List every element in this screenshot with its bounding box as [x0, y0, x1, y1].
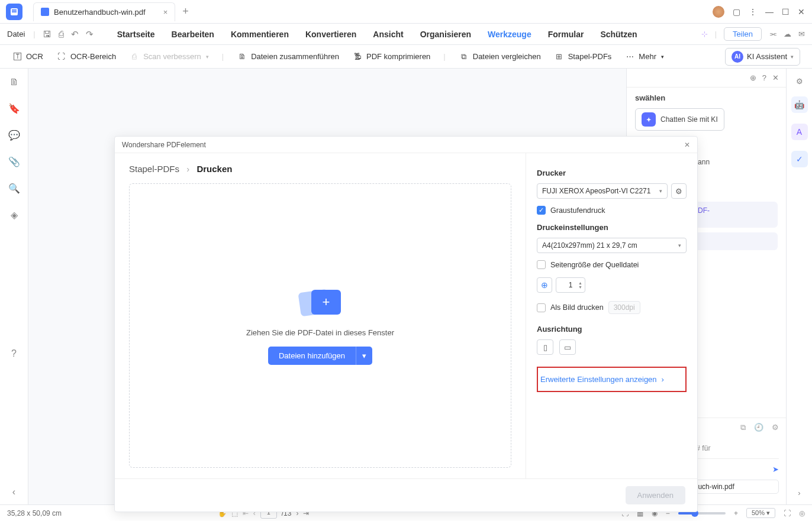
- more-icon[interactable]: ⋮: [749, 7, 757, 17]
- user-avatar[interactable]: [713, 6, 724, 18]
- adjust-icon[interactable]: ⚙: [796, 77, 803, 86]
- undo-icon[interactable]: ↶: [71, 29, 79, 40]
- menu-schuetzen[interactable]: Schützen: [600, 30, 637, 39]
- copies-add-button[interactable]: ⊕: [537, 277, 552, 293]
- tool-more[interactable]: ⋯ Mehr ▾: [624, 51, 664, 62]
- ai-chat-button[interactable]: ✦ Chatten Sie mit KI: [635, 108, 724, 131]
- orientation-landscape[interactable]: ▭: [559, 339, 576, 355]
- document-tab[interactable]: Benutzerhandbuch-win.pdf ×: [33, 2, 175, 21]
- mail-icon[interactable]: ✉: [798, 30, 805, 38]
- share-button[interactable]: Teilen: [724, 27, 762, 41]
- toolbar: 🅃 OCR ⛶ OCR-Bereich ⎙ Scan verbessern ▾ …: [0, 45, 812, 69]
- compare-icon: ⧉: [459, 51, 469, 62]
- tool-merge[interactable]: 🗎 Dateien zusammenführen: [237, 51, 339, 62]
- minimize-icon[interactable]: —: [765, 7, 774, 17]
- tab-close-icon[interactable]: ×: [163, 8, 168, 17]
- zoom-slider[interactable]: [678, 512, 726, 514]
- fullscreen-icon[interactable]: ⛶: [784, 509, 791, 517]
- translate-icon[interactable]: A: [791, 124, 808, 140]
- print-as-image-checkbox[interactable]: [537, 303, 546, 312]
- advanced-settings-link[interactable]: Erweiterte Einstellungen anzeigen ›: [540, 375, 683, 384]
- thumbnails-icon[interactable]: 🗎: [9, 77, 19, 88]
- modal-titlebar: Wondershare PDFelement ✕: [115, 137, 697, 153]
- redo-icon[interactable]: ↷: [86, 29, 94, 40]
- copies-input[interactable]: 1 ▲▼: [556, 277, 585, 293]
- modal-right-pane: Drucker FUJI XEROX ApeosPort-VI C2271 ▾ …: [526, 153, 697, 478]
- advanced-settings-label: Erweiterte Einstellungen anzeigen: [540, 375, 657, 384]
- grayscale-checkbox-row[interactable]: ✓ Graustufendruck: [537, 206, 687, 215]
- ai-new-icon[interactable]: ⊕: [750, 73, 756, 82]
- maximize-icon[interactable]: ☐: [782, 7, 790, 17]
- zoom-value[interactable]: 50% ▾: [746, 508, 775, 518]
- source-size-checkbox-row[interactable]: Seitengröße der Quelldatei: [537, 260, 687, 269]
- paper-size-select[interactable]: A4(210x297mm) 21 x 29,7 cm ▾: [537, 238, 687, 253]
- help-icon[interactable]: ?: [11, 348, 17, 359]
- menu-formular[interactable]: Formular: [548, 30, 584, 39]
- ai-settings-icon[interactable]: ⚙: [772, 423, 779, 432]
- focus-icon[interactable]: ◎: [799, 509, 805, 517]
- tool-more-label: Mehr: [639, 52, 656, 61]
- dpi-input: 300dpi: [608, 301, 640, 314]
- ai-history-icon[interactable]: 🕘: [754, 423, 763, 432]
- ai-assistant-button[interactable]: AI KI Assistent ▾: [725, 48, 800, 66]
- dropzone-text: Ziehen Sie die PDF-Datei in dieses Fenst…: [246, 328, 394, 337]
- modal-close-icon[interactable]: ✕: [684, 141, 690, 149]
- tab-title: Benutzerhandbuch-win.pdf: [54, 8, 146, 17]
- breadcrumb-root[interactable]: Stapel-PDFs: [129, 164, 179, 174]
- ai-close-icon[interactable]: ✕: [772, 73, 779, 82]
- menu-ansicht[interactable]: Ansicht: [373, 30, 403, 39]
- collapse-left-icon[interactable]: ‹: [12, 487, 15, 497]
- new-tab-button[interactable]: +: [182, 5, 189, 18]
- add-files-button[interactable]: Dateien hinzufügen: [268, 347, 356, 365]
- print-icon[interactable]: ⎙: [59, 29, 64, 40]
- add-files-button-group: Dateien hinzufügen ▾: [268, 347, 372, 365]
- ai-help-icon[interactable]: ?: [762, 73, 766, 82]
- collapse-right-icon[interactable]: ›: [798, 488, 800, 497]
- share-link-icon[interactable]: ⫘: [769, 30, 776, 38]
- grayscale-checkbox[interactable]: ✓: [537, 206, 546, 215]
- add-files-dropdown[interactable]: ▾: [356, 347, 372, 365]
- attachments-icon[interactable]: 📎: [8, 156, 20, 167]
- check-icon[interactable]: ✓: [791, 151, 808, 167]
- menu-konvertieren[interactable]: Konvertieren: [305, 30, 356, 39]
- tool-compress[interactable]: 🗜 PDF komprimieren: [352, 51, 430, 62]
- comments-icon[interactable]: 💬: [8, 130, 20, 141]
- source-size-checkbox[interactable]: [537, 260, 546, 269]
- panel-icon[interactable]: ▢: [733, 7, 740, 17]
- menu-werkzeuge[interactable]: Werkzeuge: [488, 30, 531, 39]
- main-area: 🗎 🔖 💬 📎 🔍 ◈ ? ‹ ⊕ ? ✕ swählen ✦ Chatten …: [0, 69, 812, 504]
- printer-select[interactable]: FUJI XEROX ApeosPort-VI C2271 ▾: [537, 183, 668, 199]
- layers-icon[interactable]: ◈: [11, 209, 18, 221]
- orientation-portrait[interactable]: ▯: [537, 339, 553, 355]
- tool-ocr-area[interactable]: ⛶ OCR-Bereich: [56, 51, 116, 62]
- menu-bearbeiten[interactable]: Bearbeiten: [172, 30, 214, 39]
- printer-label: Drucker: [537, 169, 687, 177]
- file-dropzone[interactable]: + Ziehen Sie die PDF-Datei in dieses Fen…: [129, 183, 511, 468]
- menu-organisieren[interactable]: Organisieren: [420, 30, 471, 39]
- printer-settings-button[interactable]: ⚙: [671, 183, 687, 199]
- ai-copy-icon[interactable]: ⧉: [740, 423, 746, 432]
- orientation-label: Ausrichtung: [537, 325, 687, 334]
- menu-file[interactable]: Datei: [7, 30, 25, 38]
- apply-button[interactable]: Anwenden: [626, 486, 685, 504]
- ai-send-icon[interactable]: ➤: [772, 465, 779, 474]
- tool-batch[interactable]: ⊞ Stapel-PDFs: [554, 51, 612, 62]
- zoom-in-icon[interactable]: +: [734, 509, 738, 517]
- close-icon[interactable]: ✕: [798, 7, 805, 17]
- search-icon[interactable]: 🔍: [8, 183, 20, 194]
- lightbulb-icon[interactable]: ⊹: [701, 30, 708, 38]
- ai-select-title: swählen: [635, 93, 778, 102]
- ai-robot-icon[interactable]: 🤖: [791, 96, 808, 113]
- print-as-image-row[interactable]: Als Bild drucken 300dpi: [537, 301, 687, 314]
- tool-compress-label: PDF komprimieren: [366, 52, 430, 61]
- spin-down-icon[interactable]: ▼: [578, 285, 582, 289]
- ai-panel-header: ⊕ ? ✕: [627, 69, 786, 88]
- tool-compare[interactable]: ⧉ Dateien vergleichen: [459, 51, 541, 62]
- menu-kommentieren[interactable]: Kommentieren: [231, 30, 289, 39]
- spin-up-icon[interactable]: ▲: [578, 281, 582, 285]
- tool-ocr[interactable]: 🅃 OCR: [12, 51, 43, 62]
- bookmarks-icon[interactable]: 🔖: [8, 103, 20, 114]
- menu-startseite[interactable]: Startseite: [117, 30, 155, 39]
- save-icon[interactable]: 🖫: [43, 29, 51, 40]
- cloud-icon[interactable]: ☁: [784, 30, 791, 38]
